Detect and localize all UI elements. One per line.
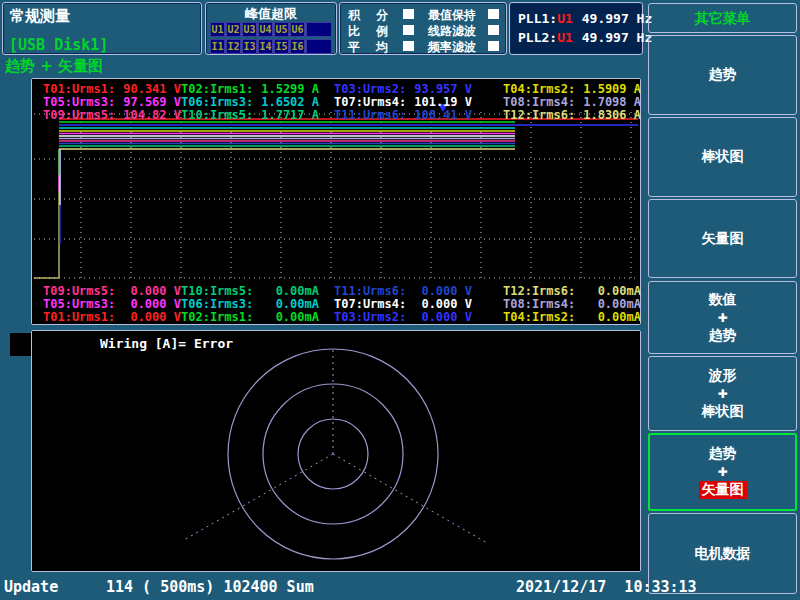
peak-limit-title: 峰值超限 (206, 5, 336, 23)
sidebar-item-trend[interactable]: 趋势 (648, 35, 797, 115)
status-bar: Update 114 ( 500ms) 102400 Sum 2021/12/1… (0, 575, 800, 600)
averaging-label-2: 均 (376, 39, 388, 56)
sidebar-item-label: 矢量图 (699, 481, 747, 499)
trend-value-T03: T03:Urms2:0.000 V (334, 310, 472, 324)
trend-value-T01: T01:Urms1:0.000 V (43, 310, 181, 324)
trend-value-T09: T09:Urms5:0.000 V (43, 284, 181, 298)
trend-value-T01: T01:Urms1:90.341 V (43, 82, 181, 96)
title-panel: 常规测量 [USB Disk1] (2, 2, 202, 55)
trend-value-T08: T08:Irms4:0.00mA (503, 297, 641, 311)
pll1-frequency: 49.997 Hz (582, 11, 652, 26)
trend-value-T07: T07:Urms4:101.19 V (334, 95, 472, 109)
usb-status: [USB Disk1] (9, 36, 108, 54)
trend-value-T03: T03:Urms2:93.957 V (334, 82, 472, 96)
max-hold-checkbox[interactable] (488, 9, 499, 19)
peak-cell-u3: U3 (242, 22, 257, 37)
peak-cell-u4: U4 (258, 22, 273, 37)
view-title: 趋势 + 矢量图 (5, 57, 103, 76)
pll2-frequency: 49.997 Hz (582, 30, 652, 45)
trend-value-T09: T09:Urms5:104.82 V (43, 108, 181, 122)
trend-value-T11: T11:Urms6:108.41 V (334, 108, 472, 122)
peak-cell-u2: U2 (226, 22, 241, 37)
trend-value-T02: T02:Irms1:1.5299 A (181, 82, 319, 96)
peak-limit-current-row: I1I2I3I4I5I6 (210, 39, 332, 54)
plus-icon: ✚ (717, 388, 727, 400)
sidebar-item-label: 趋势 (709, 327, 737, 345)
sidebar-item-waveform-bar[interactable]: 波形✚棒状图 (648, 356, 797, 431)
trend-value-T10: T10:Irms5:0.00mA (181, 284, 319, 298)
pll-row-2: PLL2:U149.997 Hz (518, 30, 652, 45)
trend-value-T07: T07:Urms4:0.000 V (334, 297, 472, 311)
plus-icon: ✚ (717, 312, 727, 324)
sidebar-item-bar-chart[interactable]: 棒状图 (648, 117, 797, 197)
trend-value-T12: T12:Irms6:0.00mA (503, 284, 641, 298)
vector-plot (32, 331, 640, 571)
trend-value-T06: T06:Irms3:0.00mA (181, 297, 319, 311)
trend-value-T12: T12:Irms6:1.8306 A (503, 108, 641, 122)
peak-cell-i5: I5 (274, 39, 289, 54)
sidebar-menu-title[interactable]: 其它菜单 (648, 3, 797, 33)
sidebar-item-label: 数值 (709, 291, 737, 309)
datetime: 2021/12/17 10:33:13 (516, 578, 697, 596)
sidebar-item-vector[interactable]: 矢量图 (648, 199, 797, 278)
pll-panel: PLL1:U149.997 HzPLL2:U149.997 Hz (509, 2, 643, 55)
scaling-checkbox[interactable] (403, 25, 414, 35)
pll2-label: PLL2: (518, 30, 557, 45)
peak-limit-voltage-row: U1U2U3U4U5U6 (210, 22, 332, 37)
peak-cell-u5: U5 (274, 22, 289, 37)
trend-value-T05: T05:Urms3:97.569 V (43, 95, 181, 109)
trend-value-T06: T06:Irms3:1.6502 A (181, 95, 319, 109)
mode-title: 常规测量 (10, 7, 70, 26)
options-panel: 积分最值保持比例线路滤波平均频率滤波 (339, 2, 507, 55)
trend-value-T10: T10:Irms5:1.7717 A (181, 108, 319, 122)
trend-value-T08: T08:Irms4:1.7098 A (503, 95, 641, 109)
sidebar-item-label: 趋势 (709, 445, 737, 463)
peak-cell-empty (306, 39, 332, 54)
peak-cell-i2: I2 (226, 39, 241, 54)
freq-filter-checkbox[interactable] (488, 41, 499, 51)
trend-value-T04: T04:Irms2:1.5909 A (503, 82, 641, 96)
peak-cell-i4: I4 (258, 39, 273, 54)
update-counter: 114 ( 500ms) 102400 Sum (106, 578, 314, 596)
sidebar-item-label: 电机数据 (695, 545, 751, 563)
sidebar-item-label: 棒状图 (702, 403, 744, 421)
peak-cell-empty (306, 22, 332, 37)
trend-panel: T01:Urms1:90.341 VT02:Irms1:1.5299 AT03:… (31, 78, 641, 325)
averaging-label-1: 平 (348, 39, 360, 56)
update-label: Update (4, 578, 58, 596)
sidebar-item-label: 波形 (709, 367, 737, 385)
peak-limit-panel: 峰值超限 U1U2U3U4U5U6 I1I2I3I4I5I6 (205, 2, 337, 55)
trend-value-T05: T05:Urms3:0.000 V (43, 297, 181, 311)
peak-cell-i1: I1 (210, 39, 225, 54)
pll2-source: U1 (557, 30, 573, 45)
freq-filter-label: 频率滤波 (428, 39, 476, 56)
pll1-source: U1 (557, 11, 573, 26)
sidebar-menu: 其它菜单 趋势棒状图矢量图数值✚趋势波形✚棒状图趋势✚矢量图电机数据 (648, 0, 797, 600)
trend-value-T11: T11:Urms6:0.000 V (334, 284, 472, 298)
sidebar-item-trend-vector[interactable]: 趋势✚矢量图 (648, 433, 797, 511)
pll1-label: PLL1: (518, 11, 557, 26)
plus-icon: ✚ (717, 466, 727, 478)
sidebar-item-numeric-trend[interactable]: 数值✚趋势 (648, 281, 797, 354)
option-row-averaging: 平均频率滤波 (340, 38, 506, 55)
peak-cell-i3: I3 (242, 39, 257, 54)
averaging-checkbox[interactable] (403, 41, 414, 51)
peak-cell-u6: U6 (290, 22, 305, 37)
pll-row-1: PLL1:U149.997 Hz (518, 11, 652, 26)
sidebar-item-label: 棒状图 (702, 148, 744, 166)
peak-cell-i6: I6 (290, 39, 305, 54)
line-filter-checkbox[interactable] (488, 25, 499, 35)
vector-panel: Wiring [A]= Error (31, 330, 641, 572)
integration-checkbox[interactable] (403, 9, 414, 19)
power-analyzer-screen: 常规测量 [USB Disk1] 峰值超限 U1U2U3U4U5U6 I1I2I… (0, 0, 800, 600)
trend-value-T02: T02:Irms1:0.00mA (181, 310, 319, 324)
sidebar-item-label: 矢量图 (702, 230, 744, 248)
sidebar-item-label: 趋势 (709, 66, 737, 84)
trend-value-T04: T04:Irms2:0.00mA (503, 310, 641, 324)
peak-cell-u1: U1 (210, 22, 225, 37)
option-row-scaling: 比例线路滤波 (340, 22, 506, 39)
wiring-status: Wiring [A]= Error (100, 336, 233, 351)
option-row-integration: 积分最值保持 (340, 6, 506, 23)
